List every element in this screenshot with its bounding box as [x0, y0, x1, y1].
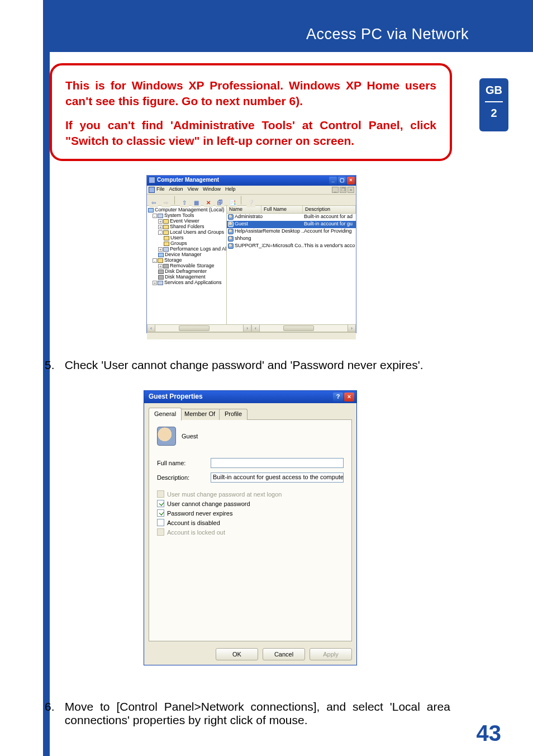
tree-root[interactable]: Computer Management (Local)	[148, 207, 225, 212]
tree-defrag[interactable]: Disk Defragmenter	[158, 268, 225, 274]
tab-general[interactable]: General	[149, 408, 182, 420]
folder-icon	[158, 258, 163, 263]
tab-memberof[interactable]: Member Of	[179, 409, 221, 420]
mdi-close[interactable]: ×	[348, 187, 354, 193]
mdi-buttons: _ ❐ ×	[332, 187, 354, 193]
folder-icon	[164, 242, 169, 246]
list-pane[interactable]: Name Full Name Description Administrator…	[227, 206, 356, 324]
user-icon	[228, 221, 234, 227]
check-accountdisabled[interactable]: Account is disabled	[157, 519, 344, 526]
mdi-minimize[interactable]: _	[332, 187, 339, 193]
delete-button[interactable]: ✕	[204, 199, 213, 207]
tab-profile[interactable]: Profile	[219, 409, 248, 420]
account-name: Guest	[182, 433, 198, 440]
tree-services[interactable]: +Services and Applications	[153, 280, 225, 285]
maximize-button[interactable]: ▢	[338, 177, 346, 185]
ok-button[interactable]: OK	[216, 648, 258, 660]
tree-groups[interactable]: Groups	[164, 240, 225, 246]
list-row[interactable]: shhong	[227, 235, 356, 243]
col-description[interactable]: Description	[303, 206, 356, 213]
show-hide-button[interactable]: ▦	[192, 199, 201, 207]
mdi-icon	[149, 187, 155, 193]
export-button[interactable]: 📑	[228, 199, 237, 207]
menu-help[interactable]: Help	[225, 186, 236, 192]
menu-window[interactable]: Window	[203, 186, 221, 192]
list-scrollbar[interactable]: ‹ ›	[251, 324, 356, 332]
menu-view[interactable]: View	[188, 186, 198, 192]
close-button[interactable]: ×	[347, 177, 355, 185]
tree-removable[interactable]: +Removable Storage	[158, 263, 225, 268]
checkbox-icon[interactable]	[157, 509, 164, 517]
menubar: File Action View Window Help _ ❐ ×	[147, 186, 356, 195]
user-icon	[157, 427, 176, 446]
collapse-icon[interactable]: -	[153, 214, 157, 218]
scroll-thumb[interactable]	[179, 325, 210, 331]
help-button[interactable]: ❔	[246, 199, 255, 207]
expand-icon[interactable]: +	[158, 264, 163, 268]
scroll-left-icon[interactable]: ‹	[252, 325, 260, 332]
tree-eventviewer[interactable]: +Event Viewer	[158, 218, 225, 224]
expand-icon[interactable]: +	[158, 247, 163, 252]
tree-systools[interactable]: -System Tools	[153, 212, 225, 218]
minimize-button[interactable]: _	[329, 177, 337, 185]
description-label: Description:	[157, 474, 211, 481]
cancel-button[interactable]: Cancel	[263, 648, 305, 660]
scroll-right-icon[interactable]: ›	[348, 325, 355, 332]
tree-shared[interactable]: +Shared Folders	[158, 224, 225, 229]
menus: File Action View Window Help	[156, 186, 235, 192]
guest-properties-dialog: Guest Properties ? × General Member Of P…	[144, 390, 357, 665]
menu-action[interactable]: Action	[169, 186, 183, 192]
list-row[interactable]: HelpAssistant Remote Desktop ... Account…	[227, 228, 356, 235]
forward-button[interactable]: ⇨	[161, 199, 170, 207]
checkbox-icon[interactable]	[157, 519, 164, 526]
list-row[interactable]: SUPPORT_38... CN=Microsoft Co... This is…	[227, 243, 356, 250]
checkbox-icon[interactable]	[157, 500, 164, 507]
fullname-input[interactable]	[211, 458, 344, 468]
tab-panel-general: Guest Full name: Description: Built-in a…	[149, 420, 352, 641]
fullname-row: Full name:	[157, 458, 344, 468]
side-tab: GB 2	[479, 78, 508, 131]
checkbox-icon	[157, 490, 164, 498]
expand-icon[interactable]: +	[158, 219, 163, 224]
folder-icon	[163, 230, 169, 235]
expand-icon[interactable]: +	[153, 281, 157, 285]
description-row: Description: Built-in account for guest …	[157, 472, 344, 483]
close-button[interactable]: ×	[344, 393, 354, 401]
back-button[interactable]: ⇦	[149, 199, 158, 207]
list-row[interactable]: Administrator Built-in account for ad	[227, 214, 356, 221]
list-row-selected[interactable]: Guest Built-in account for gu	[227, 221, 356, 228]
computer-management-window: Computer Management _ ▢ × File Action Vi…	[146, 175, 356, 333]
tree-devmgr[interactable]: Device Manager	[158, 252, 225, 257]
scroll-right-icon[interactable]: ›	[243, 325, 251, 332]
properties-button[interactable]: 🗐	[216, 199, 225, 207]
description-input[interactable]: Built-in account for guest access to the…	[211, 472, 344, 483]
collapse-icon[interactable]: -	[158, 230, 163, 235]
device-icon	[158, 253, 164, 257]
tree-perf[interactable]: +Performance Logs and Alerts	[158, 246, 225, 252]
tree-users[interactable]: Users	[164, 235, 225, 240]
tree-diskmgmt[interactable]: Disk Management	[158, 274, 225, 280]
col-fullname[interactable]: Full Name	[261, 206, 303, 213]
scroll-left-icon[interactable]: ‹	[147, 325, 155, 332]
page-number: 43	[477, 721, 502, 746]
help-button[interactable]: ?	[333, 393, 343, 401]
checkbox-icon	[157, 528, 164, 536]
apply-button[interactable]: Apply	[310, 648, 352, 660]
tools-icon	[158, 214, 163, 218]
tree-scrollbar[interactable]: ‹ ›	[147, 324, 251, 332]
scroll-thumb[interactable]	[283, 325, 315, 331]
user-icon	[228, 243, 234, 249]
mdi-restore[interactable]: ❐	[340, 187, 346, 193]
dialog-title: Guest Properties	[149, 393, 203, 400]
tree-lug[interactable]: -Local Users and Groups	[158, 229, 225, 235]
menu-file[interactable]: File	[156, 186, 165, 192]
toolbar-separator	[241, 196, 242, 205]
tree-storage[interactable]: -Storage	[153, 257, 225, 263]
collapse-icon[interactable]: -	[153, 258, 157, 263]
check-cannotchange[interactable]: User cannot change password	[157, 500, 344, 507]
check-neverexpires[interactable]: Password never expires	[157, 509, 344, 517]
up-button[interactable]: ⇧	[180, 199, 189, 207]
expand-icon[interactable]: +	[158, 225, 163, 229]
tree-pane[interactable]: Computer Management (Local) -System Tool…	[147, 206, 227, 324]
computer-icon	[148, 208, 154, 212]
